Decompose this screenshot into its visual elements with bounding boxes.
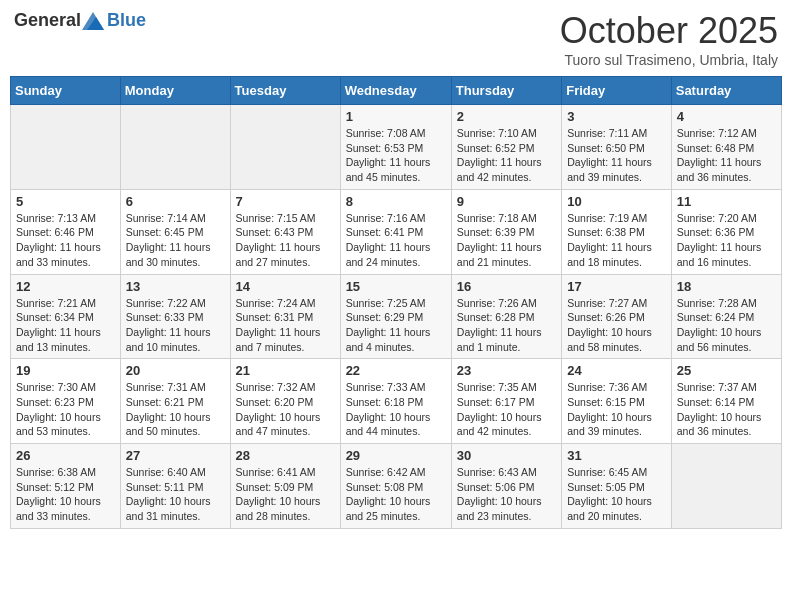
- header-friday: Friday: [562, 77, 672, 105]
- daylight-text: Daylight: 10 hours and 25 minutes.: [346, 495, 431, 522]
- sunrise-text: Sunrise: 7:15 AM: [236, 212, 316, 224]
- daylight-text: Daylight: 11 hours and 33 minutes.: [16, 241, 101, 268]
- calendar-cell: 17 Sunrise: 7:27 AM Sunset: 6:26 PM Dayl…: [562, 274, 672, 359]
- daylight-text: Daylight: 11 hours and 18 minutes.: [567, 241, 652, 268]
- day-number: 23: [457, 363, 556, 378]
- sunset-text: Sunset: 6:28 PM: [457, 311, 535, 323]
- sunset-text: Sunset: 6:15 PM: [567, 396, 645, 408]
- daylight-text: Daylight: 10 hours and 39 minutes.: [567, 411, 652, 438]
- sunrise-text: Sunrise: 7:10 AM: [457, 127, 537, 139]
- sunrise-text: Sunrise: 6:45 AM: [567, 466, 647, 478]
- day-info: Sunrise: 7:31 AM Sunset: 6:21 PM Dayligh…: [126, 380, 225, 439]
- daylight-text: Daylight: 10 hours and 50 minutes.: [126, 411, 211, 438]
- calendar-table: Sunday Monday Tuesday Wednesday Thursday…: [10, 76, 782, 529]
- calendar-cell: 29 Sunrise: 6:42 AM Sunset: 5:08 PM Dayl…: [340, 444, 451, 529]
- day-info: Sunrise: 7:27 AM Sunset: 6:26 PM Dayligh…: [567, 296, 666, 355]
- day-info: Sunrise: 7:36 AM Sunset: 6:15 PM Dayligh…: [567, 380, 666, 439]
- sunrise-text: Sunrise: 7:37 AM: [677, 381, 757, 393]
- calendar-cell: 15 Sunrise: 7:25 AM Sunset: 6:29 PM Dayl…: [340, 274, 451, 359]
- daylight-text: Daylight: 11 hours and 27 minutes.: [236, 241, 321, 268]
- day-number: 25: [677, 363, 776, 378]
- day-info: Sunrise: 7:24 AM Sunset: 6:31 PM Dayligh…: [236, 296, 335, 355]
- calendar-cell: 6 Sunrise: 7:14 AM Sunset: 6:45 PM Dayli…: [120, 189, 230, 274]
- day-info: Sunrise: 7:25 AM Sunset: 6:29 PM Dayligh…: [346, 296, 446, 355]
- day-info: Sunrise: 6:41 AM Sunset: 5:09 PM Dayligh…: [236, 465, 335, 524]
- daylight-text: Daylight: 11 hours and 36 minutes.: [677, 156, 762, 183]
- sunrise-text: Sunrise: 6:41 AM: [236, 466, 316, 478]
- title-block: October 2025 Tuoro sul Trasimeno, Umbria…: [560, 10, 778, 68]
- day-number: 16: [457, 279, 556, 294]
- sunset-text: Sunset: 5:05 PM: [567, 481, 645, 493]
- sunrise-text: Sunrise: 7:36 AM: [567, 381, 647, 393]
- calendar-cell: 21 Sunrise: 7:32 AM Sunset: 6:20 PM Dayl…: [230, 359, 340, 444]
- header-wednesday: Wednesday: [340, 77, 451, 105]
- day-number: 2: [457, 109, 556, 124]
- calendar-header-row: Sunday Monday Tuesday Wednesday Thursday…: [11, 77, 782, 105]
- logo-icon: [82, 12, 104, 30]
- day-info: Sunrise: 7:20 AM Sunset: 6:36 PM Dayligh…: [677, 211, 776, 270]
- day-number: 10: [567, 194, 666, 209]
- page-header: General Blue October 2025 Tuoro sul Tras…: [10, 10, 782, 68]
- daylight-text: Daylight: 11 hours and 16 minutes.: [677, 241, 762, 268]
- calendar-cell: 2 Sunrise: 7:10 AM Sunset: 6:52 PM Dayli…: [451, 105, 561, 190]
- day-info: Sunrise: 6:40 AM Sunset: 5:11 PM Dayligh…: [126, 465, 225, 524]
- sunset-text: Sunset: 5:06 PM: [457, 481, 535, 493]
- calendar-cell: 9 Sunrise: 7:18 AM Sunset: 6:39 PM Dayli…: [451, 189, 561, 274]
- calendar-cell: 26 Sunrise: 6:38 AM Sunset: 5:12 PM Dayl…: [11, 444, 121, 529]
- sunset-text: Sunset: 6:34 PM: [16, 311, 94, 323]
- daylight-text: Daylight: 10 hours and 47 minutes.: [236, 411, 321, 438]
- day-number: 20: [126, 363, 225, 378]
- sunset-text: Sunset: 6:20 PM: [236, 396, 314, 408]
- day-number: 5: [16, 194, 115, 209]
- calendar-cell: 24 Sunrise: 7:36 AM Sunset: 6:15 PM Dayl…: [562, 359, 672, 444]
- calendar-cell: 13 Sunrise: 7:22 AM Sunset: 6:33 PM Dayl…: [120, 274, 230, 359]
- calendar-cell: 18 Sunrise: 7:28 AM Sunset: 6:24 PM Dayl…: [671, 274, 781, 359]
- calendar-cell: [120, 105, 230, 190]
- calendar-cell: 10 Sunrise: 7:19 AM Sunset: 6:38 PM Dayl…: [562, 189, 672, 274]
- sunrise-text: Sunrise: 7:35 AM: [457, 381, 537, 393]
- day-info: Sunrise: 7:08 AM Sunset: 6:53 PM Dayligh…: [346, 126, 446, 185]
- sunset-text: Sunset: 5:08 PM: [346, 481, 424, 493]
- day-info: Sunrise: 6:38 AM Sunset: 5:12 PM Dayligh…: [16, 465, 115, 524]
- daylight-text: Daylight: 11 hours and 45 minutes.: [346, 156, 431, 183]
- calendar-cell: 7 Sunrise: 7:15 AM Sunset: 6:43 PM Dayli…: [230, 189, 340, 274]
- day-info: Sunrise: 7:15 AM Sunset: 6:43 PM Dayligh…: [236, 211, 335, 270]
- sunrise-text: Sunrise: 7:20 AM: [677, 212, 757, 224]
- sunrise-text: Sunrise: 7:31 AM: [126, 381, 206, 393]
- day-info: Sunrise: 6:43 AM Sunset: 5:06 PM Dayligh…: [457, 465, 556, 524]
- day-number: 7: [236, 194, 335, 209]
- calendar-cell: 4 Sunrise: 7:12 AM Sunset: 6:48 PM Dayli…: [671, 105, 781, 190]
- sunset-text: Sunset: 6:21 PM: [126, 396, 204, 408]
- location-subtitle: Tuoro sul Trasimeno, Umbria, Italy: [560, 52, 778, 68]
- sunset-text: Sunset: 6:50 PM: [567, 142, 645, 154]
- sunrise-text: Sunrise: 7:32 AM: [236, 381, 316, 393]
- calendar-cell: 30 Sunrise: 6:43 AM Sunset: 5:06 PM Dayl…: [451, 444, 561, 529]
- calendar-cell: 3 Sunrise: 7:11 AM Sunset: 6:50 PM Dayli…: [562, 105, 672, 190]
- sunset-text: Sunset: 6:38 PM: [567, 226, 645, 238]
- sunset-text: Sunset: 5:11 PM: [126, 481, 204, 493]
- sunset-text: Sunset: 6:14 PM: [677, 396, 755, 408]
- day-number: 27: [126, 448, 225, 463]
- daylight-text: Daylight: 11 hours and 30 minutes.: [126, 241, 211, 268]
- day-number: 26: [16, 448, 115, 463]
- sunrise-text: Sunrise: 7:13 AM: [16, 212, 96, 224]
- calendar-cell: 5 Sunrise: 7:13 AM Sunset: 6:46 PM Dayli…: [11, 189, 121, 274]
- week-row-5: 26 Sunrise: 6:38 AM Sunset: 5:12 PM Dayl…: [11, 444, 782, 529]
- day-number: 31: [567, 448, 666, 463]
- daylight-text: Daylight: 11 hours and 4 minutes.: [346, 326, 431, 353]
- header-saturday: Saturday: [671, 77, 781, 105]
- calendar-cell: 23 Sunrise: 7:35 AM Sunset: 6:17 PM Dayl…: [451, 359, 561, 444]
- header-thursday: Thursday: [451, 77, 561, 105]
- sunrise-text: Sunrise: 6:40 AM: [126, 466, 206, 478]
- sunrise-text: Sunrise: 6:38 AM: [16, 466, 96, 478]
- day-number: 12: [16, 279, 115, 294]
- day-number: 8: [346, 194, 446, 209]
- day-info: Sunrise: 7:18 AM Sunset: 6:39 PM Dayligh…: [457, 211, 556, 270]
- day-info: Sunrise: 6:42 AM Sunset: 5:08 PM Dayligh…: [346, 465, 446, 524]
- day-info: Sunrise: 7:19 AM Sunset: 6:38 PM Dayligh…: [567, 211, 666, 270]
- day-info: Sunrise: 7:12 AM Sunset: 6:48 PM Dayligh…: [677, 126, 776, 185]
- sunset-text: Sunset: 6:26 PM: [567, 311, 645, 323]
- day-info: Sunrise: 7:11 AM Sunset: 6:50 PM Dayligh…: [567, 126, 666, 185]
- daylight-text: Daylight: 10 hours and 53 minutes.: [16, 411, 101, 438]
- daylight-text: Daylight: 11 hours and 39 minutes.: [567, 156, 652, 183]
